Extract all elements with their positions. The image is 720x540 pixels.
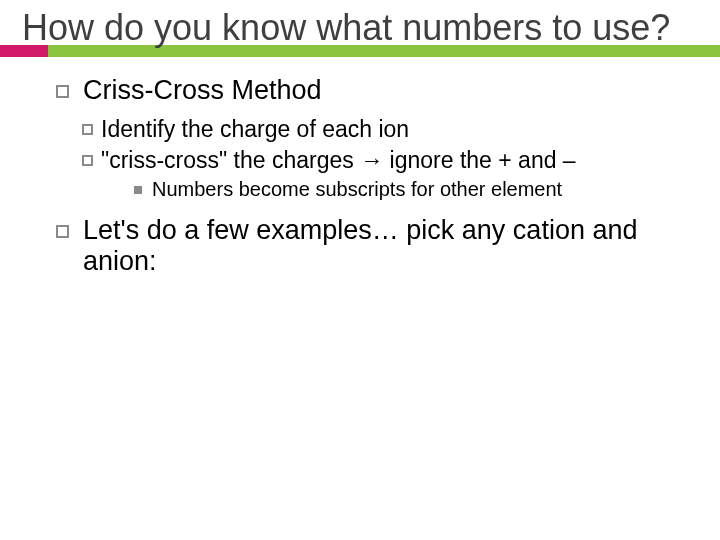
bullet-text: "criss-cross" the charges → ignore the +…	[101, 147, 680, 174]
text-fragment: "criss-cross" the charges	[101, 147, 360, 173]
bullet-level3: Numbers become subscripts for other elem…	[134, 178, 680, 201]
filled-square-bullet-icon	[134, 186, 142, 194]
bullet-level2: Identify the charge of each ion	[82, 116, 680, 143]
bullet-level1: Criss-Cross Method	[56, 75, 680, 106]
right-arrow-icon: →	[360, 147, 383, 173]
bullet-text: Let's do a few examples… pick any cation…	[83, 215, 680, 277]
open-square-bullet-icon	[82, 124, 93, 135]
bullet-level1: Let's do a few examples… pick any cation…	[56, 215, 680, 277]
bullet-text: Numbers become subscripts for other elem…	[152, 178, 680, 201]
slide-title: How do you know what numbers to use?	[0, 8, 720, 48]
content-area: Criss-Cross Method Identify the charge o…	[0, 57, 720, 277]
slide: How do you know what numbers to use? Cri…	[0, 0, 720, 540]
open-square-bullet-icon	[56, 85, 69, 98]
bullet-level2: "criss-cross" the charges → ignore the +…	[82, 147, 680, 174]
bullet-text: Criss-Cross Method	[83, 75, 680, 106]
open-square-bullet-icon	[82, 155, 93, 166]
bullet-text: Identify the charge of each ion	[101, 116, 680, 143]
text-fragment: ignore the + and –	[383, 147, 575, 173]
open-square-bullet-icon	[56, 225, 69, 238]
